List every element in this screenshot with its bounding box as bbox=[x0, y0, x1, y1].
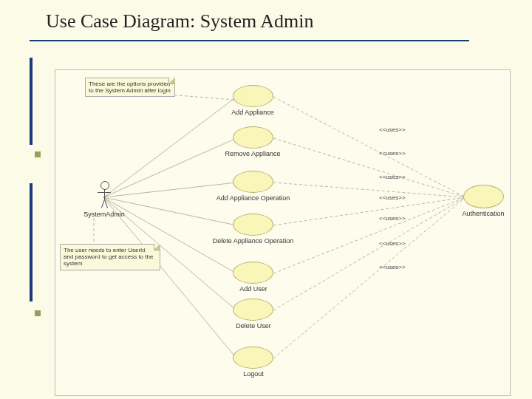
usecase-add-op bbox=[233, 171, 273, 193]
uses-label-7: <<uses>> bbox=[379, 264, 406, 270]
actor-system-admin: SystemAdmin bbox=[82, 181, 126, 218]
slide: Use Case Diagram: System Admin bbox=[0, 0, 532, 399]
bullet-1 bbox=[35, 151, 41, 157]
label-delete-op: Delete Appliance Operation bbox=[203, 237, 303, 245]
svg-line-13 bbox=[273, 197, 466, 358]
svg-line-7 bbox=[273, 97, 466, 197]
uses-label-5: <<uses>> bbox=[379, 215, 406, 222]
svg-line-10 bbox=[273, 197, 466, 225]
note-login: The user needs to enter UserId and passw… bbox=[60, 244, 160, 270]
svg-line-12 bbox=[273, 197, 466, 310]
note-fold-icon bbox=[168, 78, 175, 84]
note-options-text: These are the options provided to the Sy… bbox=[89, 81, 171, 94]
svg-line-11 bbox=[273, 197, 466, 273]
label-authentication: Authentication bbox=[454, 210, 512, 217]
bullet-2 bbox=[35, 310, 41, 316]
side-accent-2 bbox=[30, 183, 33, 301]
label-remove-appliance: Remove Appliance bbox=[212, 150, 293, 157]
uses-label-1: <<uses>> bbox=[379, 126, 406, 133]
label-add-appliance: Add Appliance bbox=[219, 109, 286, 116]
label-delete-user: Delete User bbox=[227, 322, 280, 330]
uses-label-6: <<uses>> bbox=[379, 240, 406, 247]
uses-label-4: <<uses>> bbox=[379, 194, 406, 201]
uses-label-3: <<uses>> bbox=[379, 174, 406, 180]
label-add-user: Add User bbox=[231, 285, 276, 293]
usecase-add-user bbox=[233, 262, 273, 284]
note-options: These are the options provided to the Sy… bbox=[85, 78, 175, 97]
usecase-delete-user bbox=[233, 299, 273, 321]
title-underline bbox=[30, 40, 469, 41]
usecase-remove-appliance bbox=[233, 126, 273, 149]
note-login-text: The user needs to enter UserId and passw… bbox=[64, 247, 153, 267]
usecase-delete-op bbox=[233, 214, 273, 236]
uses-label-2: <<uses>> bbox=[379, 150, 406, 157]
svg-line-6 bbox=[103, 197, 236, 358]
usecase-authentication bbox=[463, 185, 504, 208]
note-fold-icon bbox=[154, 244, 160, 250]
actor-label: SystemAdmin bbox=[82, 211, 126, 218]
side-accent-1 bbox=[30, 58, 33, 145]
svg-line-9 bbox=[273, 183, 466, 197]
connector-lines bbox=[55, 70, 510, 395]
label-logout: Logout bbox=[237, 370, 270, 378]
stick-figure-icon bbox=[96, 181, 112, 211]
label-add-op: Add Appliance Operation bbox=[207, 194, 299, 202]
usecase-diagram: These are the options provided to the Sy… bbox=[55, 69, 511, 396]
usecase-add-appliance bbox=[233, 85, 273, 107]
slide-title: Use Case Diagram: System Admin bbox=[46, 10, 314, 33]
usecase-logout bbox=[233, 347, 273, 369]
svg-line-8 bbox=[273, 138, 466, 197]
